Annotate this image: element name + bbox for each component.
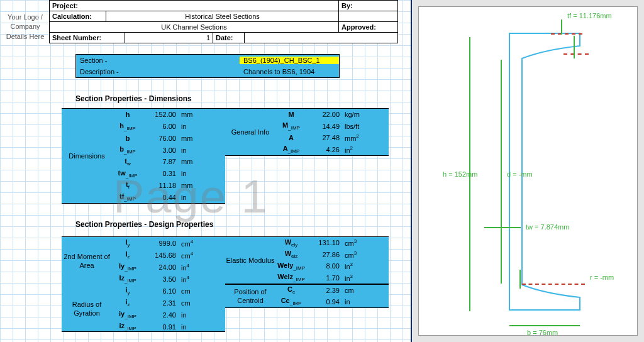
calculation-label: Calculation:	[50, 11, 106, 21]
symbol: tw	[112, 157, 143, 167]
centroid-label: Position of Centroid	[225, 285, 275, 307]
date-value	[245, 33, 397, 43]
sheet-number-value: 1	[125, 33, 213, 43]
symbol: Wely	[275, 238, 307, 248]
centroid-block: Position of Centroid Cc2.39cmCc_IMP0.94i…	[225, 284, 389, 308]
value: 0.31	[143, 170, 181, 177]
symbol: Cc	[275, 285, 307, 295]
unit: in4	[181, 275, 213, 284]
logo-placeholder: Your Logo / Company Details Here	[3, 13, 48, 41]
value: 22.00	[307, 111, 345, 118]
project-label: Project:	[50, 1, 339, 11]
value: 3.50	[143, 275, 181, 283]
data-row: tf11.18mm	[112, 180, 225, 192]
symbol: A_IMP	[275, 145, 307, 154]
unit: in3	[345, 262, 376, 270]
section-value[interactable]: BS6_(1904)_CH_BSC_1	[240, 57, 339, 64]
value: 145.68	[143, 251, 181, 259]
unit: in4	[181, 263, 213, 272]
data-row: iy6.10cm	[112, 285, 225, 297]
value: 0.44	[143, 194, 181, 201]
symbol: Iz_IMP	[112, 274, 143, 284]
symbol: tw_IMP	[112, 169, 143, 179]
dimensions-block: Dimensions h152.00mmh_IMP6.00inb76.00mmb…	[62, 108, 225, 204]
symbol: b_IMP	[112, 145, 143, 155]
second-moment-label: 2nd Moment of Area	[62, 237, 112, 285]
symbol: Iz	[112, 250, 143, 260]
unit: in	[181, 170, 213, 177]
unit: cm4	[181, 239, 213, 248]
diagram-panel: tf = 11.176mm h = 152mm d = -mm tw = 7.8…	[412, 0, 644, 342]
symbol: M	[275, 111, 307, 118]
symbol: b	[112, 135, 143, 142]
second-moment-rows: Iy999.0cm4Iz145.68cm4Iy_IMP24.00in4Iz_IM…	[112, 237, 225, 285]
date-label: Date:	[213, 33, 245, 43]
value: 1.70	[307, 274, 345, 282]
by-value	[339, 11, 397, 21]
dim-dash-tf	[564, 53, 589, 55]
elastic-modulus-label: Elastic Modulus	[225, 237, 275, 284]
value: 7.87	[143, 158, 181, 165]
subtitle: UK Channel Sections	[50, 22, 339, 32]
symbol: h	[112, 111, 143, 118]
dimensions-rows: h152.00mmh_IMP6.00inb76.00mmb_IMP3.00int…	[112, 109, 225, 203]
dimensions-heading: Section Properties - Dimensions	[75, 94, 192, 103]
dim-line-tf2	[574, 36, 575, 58]
data-row: A27.48mm2	[275, 132, 389, 144]
symbol: iy_IMP	[112, 310, 143, 319]
data-row: iz2.31cm	[112, 297, 225, 309]
dim-line-tw	[484, 227, 521, 228]
unit: in3	[345, 273, 376, 282]
section-info-box: Section - BS6_(1904)_CH_BSC_1 Descriptio…	[75, 54, 340, 78]
design-heading: Section Properties - Design Properties	[75, 220, 213, 229]
unit: in	[181, 123, 213, 130]
unit: in	[345, 298, 376, 306]
value: 2.31	[143, 299, 181, 307]
data-row: iz_IMP0.91in	[112, 321, 225, 333]
value: 24.00	[143, 263, 181, 271]
value: 11.18	[143, 182, 181, 189]
dim-d: d = -mm	[507, 170, 533, 178]
sheet-number-label: Sheet Number:	[50, 33, 125, 43]
description-value: Channels to BS6, 1904	[240, 68, 339, 75]
data-row: M_IMP14.49lbs/ft	[275, 121, 389, 133]
data-row: Wely_IMP8.00in3	[275, 260, 389, 272]
dim-line-b	[509, 325, 580, 326]
symbol: tf_IMP	[112, 192, 143, 202]
section-label: Section -	[76, 57, 240, 64]
general-info-label: General Info	[225, 109, 275, 155]
value: 152.00	[143, 111, 181, 118]
dim-dash-r	[522, 284, 585, 285]
data-row: Wely131.10cm3	[275, 237, 389, 249]
symbol: Welz_IMP	[275, 273, 307, 282]
symbol: M_IMP	[275, 121, 307, 131]
dimensions-label: Dimensions	[62, 109, 112, 203]
value: 3.00	[143, 146, 181, 154]
data-row: Cc_IMP0.94in	[275, 296, 389, 307]
value: 131.10	[307, 239, 345, 246]
unit: in	[181, 311, 213, 319]
data-row: tf_IMP0.44in	[112, 191, 225, 203]
unit: lbs/ft	[345, 123, 376, 130]
elastic-modulus-rows: Wely131.10cm3Welz27.86cm3Wely_IMP8.00in3…	[275, 237, 389, 284]
unit: cm	[345, 287, 376, 294]
centroid-rows: Cc2.39cmCc_IMP0.94in	[275, 285, 389, 307]
value: 999.0	[143, 240, 181, 247]
symbol: iy	[112, 286, 143, 295]
data-row: Iz_IMP3.50in4	[112, 273, 225, 285]
unit: mm2	[345, 133, 376, 142]
value: 6.00	[143, 123, 181, 130]
symbol: iz_IMP	[112, 322, 143, 331]
value: 27.86	[307, 251, 345, 258]
unit: in	[181, 323, 213, 331]
value: 6.10	[143, 287, 181, 295]
symbol: Cc_IMP	[275, 297, 307, 306]
diagram-canvas: tf = 11.176mm h = 152mm d = -mm tw = 7.8…	[418, 6, 638, 336]
description-label: Description -	[76, 68, 240, 75]
value: 8.00	[307, 262, 345, 270]
design-left-block: 2nd Moment of Area Iy999.0cm4Iz145.68cm4…	[62, 236, 225, 332]
symbol: h_IMP	[112, 122, 143, 131]
data-row: h152.00mm	[112, 109, 225, 121]
data-row: b_IMP3.00in	[112, 144, 225, 156]
header-table: Project: By: Calculation: Historical Ste…	[49, 0, 398, 43]
